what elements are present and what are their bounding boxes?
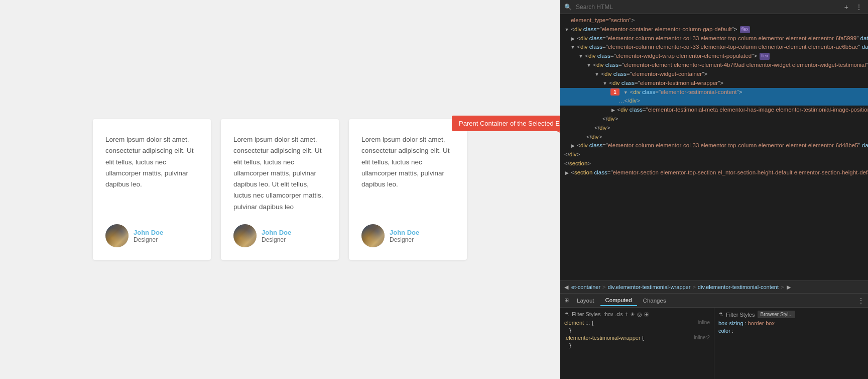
tree-line-close-section[interactable]: </section> bbox=[560, 159, 868, 168]
tab-changes[interactable]: Changes bbox=[638, 296, 671, 306]
add-button[interactable]: + bbox=[843, 3, 850, 11]
style-open-brace-2: { bbox=[642, 335, 644, 341]
tree-line-div-col-33-2[interactable]: <div class="elementor-column elementor-c… bbox=[560, 43, 868, 52]
tree-line-div-col-33-3[interactable]: <div class="elementor-column elementor-c… bbox=[560, 141, 868, 150]
styles-content: ⚗ Filter Styles :hov .cls + ☀ ◎ ⊞ elemen… bbox=[560, 308, 868, 379]
breadcrumb-et-container[interactable]: et-container bbox=[571, 284, 600, 290]
styles-panel: ⊞ Layout Computed Changes ⋮ ⚗ Filter Sty… bbox=[560, 294, 868, 379]
box-sizing-prop: box-sizing bbox=[718, 320, 743, 326]
breadcrumb-forward-icon: ▶ bbox=[787, 284, 791, 291]
breadcrumb-testimonial-wrapper[interactable]: div.elementor-testimonial-wrapper bbox=[608, 284, 691, 290]
style-open-brace-1: { bbox=[591, 320, 593, 326]
search-icon: 🔍 bbox=[564, 4, 572, 11]
tree-line-div-widget-wrap[interactable]: <div class="elementor-widget-wrap elemen… bbox=[560, 52, 868, 61]
filter-icons-left: :hov .cls + ☀ ◎ ⊞ bbox=[603, 311, 649, 318]
author-avatar-1 bbox=[105, 224, 129, 247]
author-info-2: John Doe Designer bbox=[262, 229, 291, 243]
tree-line-close-div-3[interactable]: </div> bbox=[560, 133, 868, 142]
style-source-1: inline bbox=[698, 320, 710, 325]
style-source-2: inline:2 bbox=[694, 335, 710, 340]
style-rule-elementor-wrapper: .elementor-testimonial-wrapper { inline:… bbox=[564, 335, 710, 341]
testimonial-cards-container: Lorem ipsum dolor sit amet, consectetur … bbox=[83, 109, 477, 270]
grid-filter[interactable]: ⊞ bbox=[644, 311, 649, 318]
tree-line-selected-text[interactable]: …</div> bbox=[560, 97, 868, 106]
card-text-2: Lorem ipsum dolor sit amet, consectetur … bbox=[233, 134, 326, 214]
testimonial-card-3: Lorem ipsum dolor sit amet, consectetur … bbox=[349, 119, 467, 260]
breadcrumb-testimonial-content[interactable]: div.elementor-testimonial-content bbox=[698, 284, 779, 290]
avatar-img-3 bbox=[361, 224, 385, 247]
card-text-3: Lorem ipsum dolor sit amet, consectetur … bbox=[361, 134, 454, 214]
grid-view-icon[interactable]: ⊞ bbox=[562, 296, 571, 305]
tree-line-div-widget-container[interactable]: <div class="elementor-widget-container"> bbox=[560, 70, 868, 79]
author-role-2: Designer bbox=[262, 236, 291, 243]
styles-more-btn[interactable]: ⋮ bbox=[856, 297, 866, 305]
style-close-brace-1: } bbox=[569, 327, 571, 333]
style-rule-color: color : bbox=[718, 328, 864, 334]
author-role-3: Designer bbox=[390, 236, 419, 243]
avatar-img-2 bbox=[233, 224, 257, 247]
annotation-label: Parent Container of the Selected Element bbox=[459, 120, 560, 127]
search-html-input[interactable] bbox=[576, 4, 839, 11]
tree-line-div-testimonial-wrapper[interactable]: <div class="elementor-testimonial-wrappe… bbox=[560, 79, 868, 88]
author-name-1: John Doe bbox=[134, 229, 163, 236]
devtools-panel: 🔍 + ⋮ element_type="section"> <div class… bbox=[560, 0, 868, 379]
style-rule-box-sizing: box-sizing : border-box bbox=[718, 320, 864, 326]
author-name-2: John Doe bbox=[262, 229, 291, 236]
style-triple-colon: ::: bbox=[585, 320, 591, 326]
filter-row-right: ⚗ Filter Styles Browser Styl... bbox=[718, 311, 864, 318]
hover-filter[interactable]: :hov bbox=[603, 312, 613, 317]
style-rule-element-close: } bbox=[564, 327, 710, 333]
color-prop: color bbox=[718, 328, 730, 334]
author-info-3: John Doe Designer bbox=[390, 229, 419, 243]
card-author-2: John Doe Designer bbox=[233, 224, 326, 247]
filter-icon-left: ⚗ bbox=[564, 312, 569, 317]
sun-filter[interactable]: ☀ bbox=[630, 311, 635, 318]
filter-row-left: ⚗ Filter Styles :hov .cls + ☀ ◎ ⊞ bbox=[564, 311, 710, 318]
tab-computed[interactable]: Computed bbox=[600, 295, 637, 306]
style-rule-element: element ::: { inline bbox=[564, 320, 710, 326]
breadcrumb-sep-2: > bbox=[692, 284, 695, 290]
tree-line-close-div-container[interactable]: </div> bbox=[560, 150, 868, 159]
tree-line-close-div-1[interactable]: </div> bbox=[560, 115, 868, 124]
author-name-3: John Doe bbox=[390, 229, 419, 236]
card-text-1: Lorem ipsum dolor sit amet, consectetur … bbox=[105, 134, 198, 214]
style-close-brace-2: } bbox=[569, 342, 571, 348]
author-info-1: John Doe Designer bbox=[134, 229, 163, 243]
author-avatar-2 bbox=[233, 224, 257, 247]
filter-label-right: Filter Styles bbox=[726, 312, 755, 318]
style-selector-wrapper: .elementor-testimonial-wrapper bbox=[564, 335, 641, 341]
browser-styles-btn[interactable]: Browser Styl... bbox=[758, 311, 795, 318]
tree-line-div-col-33-1[interactable]: <div class="elementor-column elementor-c… bbox=[560, 34, 868, 43]
tree-line-section-2[interactable]: <section class="elementor-section elemen… bbox=[560, 168, 868, 177]
box-sizing-val: border-box bbox=[748, 320, 775, 326]
testimonial-card-1: Lorem ipsum dolor sit amet, consectetur … bbox=[93, 119, 211, 260]
tree-line-testimonial-meta[interactable]: <div class="elementor-testimonial-meta e… bbox=[560, 106, 868, 115]
tree-line-element-type[interactable]: element_type="section"> bbox=[560, 16, 868, 25]
filter-label-left: Filter Styles bbox=[572, 311, 600, 317]
preview-area: Lorem ipsum dolor sit amet, consectetur … bbox=[0, 0, 560, 379]
plus-filter[interactable]: + bbox=[625, 311, 628, 318]
annotation-tooltip: Parent Container of the Selected Element bbox=[452, 116, 560, 131]
tree-line-div-container[interactable]: <div class="elementor-container elemento… bbox=[560, 25, 868, 34]
devtools-header: 🔍 + ⋮ bbox=[560, 0, 868, 14]
testimonial-card-2: Lorem ipsum dolor sit amet, consectetur … bbox=[221, 119, 339, 260]
breadcrumb-icon: ◀ bbox=[564, 284, 568, 291]
breadcrumb-sep-1: > bbox=[602, 284, 605, 290]
html-tree[interactable]: element_type="section"> <div class="elem… bbox=[560, 14, 868, 280]
tree-line-selected[interactable]: 1 <div class="elementor-testimonial-cont… bbox=[560, 88, 868, 97]
tree-line-close-div-2[interactable]: </div> bbox=[560, 124, 868, 133]
tree-line-div-element-4b7f9ad[interactable]: <div class="elementor-element elementor-… bbox=[560, 61, 868, 70]
breadcrumb-sep-3: > bbox=[781, 284, 784, 290]
more-options-button[interactable]: ⋮ bbox=[854, 3, 864, 11]
selected-badge: 1 bbox=[610, 88, 619, 96]
author-avatar-3 bbox=[361, 224, 385, 247]
style-rule-wrapper-close: } bbox=[564, 342, 710, 348]
styles-right-panel: ⚗ Filter Styles Browser Styl... box-sizi… bbox=[714, 308, 868, 379]
cls-filter[interactable]: .cls bbox=[615, 312, 623, 317]
card-author-3: John Doe Designer bbox=[361, 224, 454, 247]
style-selector-element: element bbox=[564, 320, 584, 326]
author-role-1: Designer bbox=[134, 236, 163, 243]
tab-layout[interactable]: Layout bbox=[572, 296, 599, 306]
card-author-1: John Doe Designer bbox=[105, 224, 198, 247]
circle-filter[interactable]: ◎ bbox=[637, 311, 642, 318]
